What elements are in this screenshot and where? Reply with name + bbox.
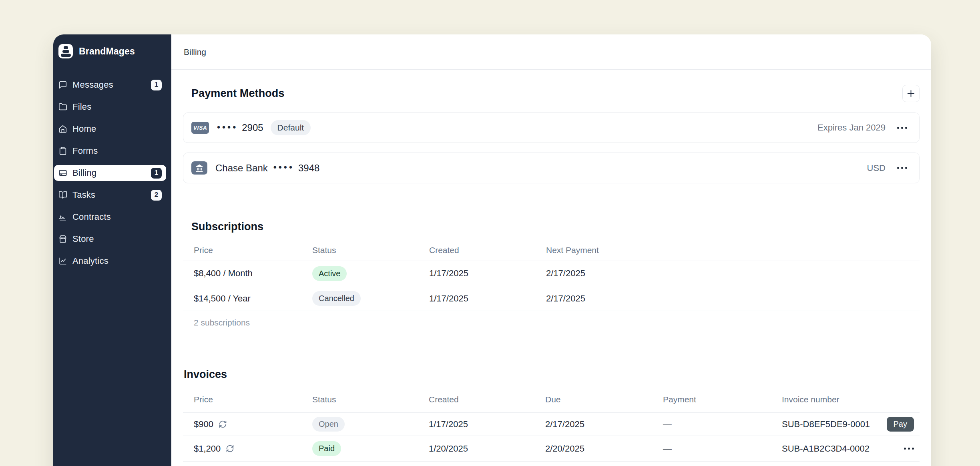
sidebar-item-store[interactable]: Store xyxy=(54,231,166,247)
brand-name: BrandMages xyxy=(79,46,135,57)
payment-methods-title: Payment Methods xyxy=(191,87,285,100)
column-header-price: Price xyxy=(183,395,312,404)
topbar: Billing xyxy=(171,34,931,70)
recurring-icon xyxy=(226,444,234,453)
sidebar-item-home[interactable]: Home xyxy=(54,121,166,137)
bank-account: Chase Bank •••• 3948 xyxy=(215,163,319,174)
invoice-payment: — xyxy=(663,419,782,430)
account-currency: USD xyxy=(867,163,886,173)
brand: BrandMages xyxy=(58,44,166,58)
sidebar-item-label: Tasks xyxy=(72,190,95,200)
home-icon xyxy=(58,125,67,133)
sidebar: BrandMages Messages 1 Files Home Forms xyxy=(53,34,171,466)
masked-digits: •••• xyxy=(273,162,294,173)
sidebar-item-label: Messages xyxy=(72,80,113,90)
invoice-created: 1/20/2025 xyxy=(429,444,545,454)
invoice-row[interactable]: $900 Open 1/17/2025 2/17/2025 — SUB-D8EF… xyxy=(183,413,920,436)
column-header-due: Due xyxy=(545,395,663,404)
subscriptions-count: 2 subscriptions xyxy=(183,311,920,334)
subscriptions-table-header: Price Status Created Next Payment xyxy=(183,239,920,261)
subscription-row[interactable]: $8,400 / Month Active 1/17/2025 2/17/202… xyxy=(183,261,920,286)
bank-name: Chase Bank xyxy=(215,163,268,174)
column-header-price: Price xyxy=(183,245,312,255)
breadcrumb: Billing xyxy=(184,47,206,57)
invoice-number: SUB-A1B2C3D4-0002 xyxy=(782,444,881,454)
masked-digits: •••• xyxy=(217,122,238,133)
sidebar-item-forms[interactable]: Forms xyxy=(54,143,166,159)
sidebar-item-label: Files xyxy=(72,102,91,112)
column-header-invoice-number: Invoice number xyxy=(782,395,881,404)
book-open-icon xyxy=(58,191,67,199)
sidebar-item-messages[interactable]: Messages 1 xyxy=(54,77,166,93)
chart-line-icon xyxy=(58,257,67,265)
sidebar-item-label: Analytics xyxy=(72,256,108,266)
subscription-created: 1/17/2025 xyxy=(429,293,546,304)
column-header-created: Created xyxy=(429,395,545,404)
column-header-created: Created xyxy=(429,245,546,255)
sidebar-item-label: Home xyxy=(72,124,96,134)
billing-content: Payment Methods VISA •••• 2905 Default E… xyxy=(171,70,931,466)
subscription-row[interactable]: $14,500 / Year Cancelled 1/17/2025 2/17/… xyxy=(183,286,920,311)
billing-count-badge: 1 xyxy=(151,168,162,179)
invoice-price: $1,200 xyxy=(194,444,221,454)
invoice-price: $900 xyxy=(194,419,213,430)
card-expiry: Expires Jan 2029 xyxy=(817,123,886,133)
invoices-title: Invoices xyxy=(183,367,920,382)
main-panel: Billing Payment Methods VISA •••• 2905 D… xyxy=(171,34,931,466)
clipboard-icon xyxy=(58,147,67,155)
subscription-next-payment: 2/17/2025 xyxy=(546,293,920,304)
invoice-created: 1/17/2025 xyxy=(429,419,545,430)
add-payment-method-button[interactable] xyxy=(902,85,920,102)
brand-logo-icon xyxy=(58,44,73,58)
visa-logo-icon: VISA xyxy=(191,122,209,134)
invoices-table-header: Price Status Created Due Payment Invoice… xyxy=(183,386,920,413)
plus-icon xyxy=(906,89,916,98)
status-badge: Paid xyxy=(312,441,341,456)
invoice-number: SUB-D8EF5DE9-0001 xyxy=(782,419,881,430)
folder-icon xyxy=(58,102,67,111)
payment-method-card: VISA •••• 2905 Default Expires Jan 2029 xyxy=(183,112,920,143)
card-number: •••• 2905 xyxy=(217,122,263,133)
bank-icon xyxy=(191,161,207,175)
column-header-status: Status xyxy=(312,395,429,404)
sidebar-item-analytics[interactable]: Analytics xyxy=(54,253,166,269)
card-last4: 2905 xyxy=(242,122,263,133)
column-header-next-payment: Next Payment xyxy=(546,245,920,255)
store-icon xyxy=(58,235,67,243)
sidebar-item-label: Store xyxy=(72,234,94,244)
subscription-price: $14,500 / Year xyxy=(183,293,312,304)
invoice-menu-icon[interactable] xyxy=(904,448,914,450)
account-last4: 3948 xyxy=(298,163,319,174)
sidebar-item-label: Forms xyxy=(72,146,98,156)
pay-button[interactable]: Pay xyxy=(887,417,914,432)
sidebar-item-contracts[interactable]: Contracts xyxy=(54,209,166,225)
status-badge: Open xyxy=(312,417,345,432)
column-header-status: Status xyxy=(312,245,429,255)
card-menu-icon[interactable] xyxy=(897,127,907,129)
credit-card-icon xyxy=(58,169,67,177)
message-icon xyxy=(58,80,67,89)
invoice-due: 2/17/2025 xyxy=(545,419,663,430)
subscription-next-payment: 2/17/2025 xyxy=(546,268,920,279)
invoice-row[interactable]: $1,200 Paid 1/20/2025 2/20/2025 — SUB-A1… xyxy=(183,436,920,462)
sidebar-item-files[interactable]: Files xyxy=(54,99,166,115)
subscriptions-title: Subscriptions xyxy=(183,219,920,234)
messages-count-badge: 1 xyxy=(151,80,162,90)
invoice-due: 2/20/2025 xyxy=(545,444,663,454)
column-header-payment: Payment xyxy=(663,395,782,404)
sidebar-item-tasks[interactable]: Tasks 2 xyxy=(54,187,166,203)
tasks-count-badge: 2 xyxy=(151,190,162,201)
subscription-price: $8,400 / Month xyxy=(183,268,312,279)
payment-method-card: Chase Bank •••• 3948 USD xyxy=(183,153,920,183)
sidebar-item-billing[interactable]: Billing 1 xyxy=(54,165,166,181)
signature-icon xyxy=(58,213,67,221)
invoice-payment: — xyxy=(663,444,782,454)
default-badge: Default xyxy=(271,120,311,135)
payment-methods-header: Payment Methods xyxy=(183,84,920,102)
sidebar-item-label: Billing xyxy=(72,168,96,178)
status-badge: Active xyxy=(312,266,347,281)
sidebar-nav: Messages 1 Files Home Forms Billing 1 xyxy=(54,77,166,275)
card-menu-icon[interactable] xyxy=(897,167,907,169)
recurring-icon xyxy=(219,420,227,428)
sidebar-item-label: Contracts xyxy=(72,212,111,222)
